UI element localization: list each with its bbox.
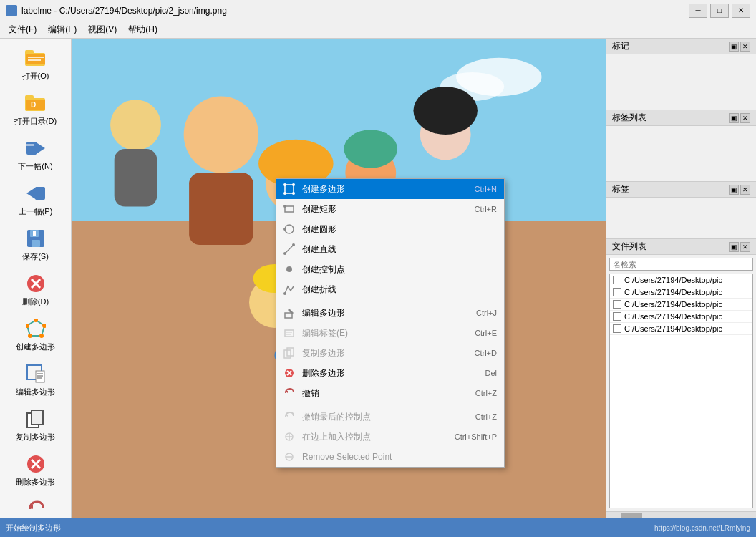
- tags-panel: 标记 ▣ ✕: [606, 39, 756, 110]
- canvas-area[interactable]: 创建多边形 Ctrl+N 创建矩形 Ctrl+R: [72, 39, 606, 518]
- ctx-create-polyline[interactable]: 创建折线: [276, 279, 504, 299]
- file-list-item[interactable]: C:/Users/27194/Desktop/pic: [610, 286, 752, 299]
- file-list-item-label: C:/Users/27194/Desktop/pic: [624, 312, 722, 321]
- ctx-create-rect-label: 创建矩形: [302, 203, 460, 216]
- open-button[interactable]: 打开(O): [4, 43, 67, 85]
- file-list-scrollbar[interactable]: [606, 511, 756, 518]
- ctx-create-line-label: 创建直线: [302, 243, 483, 256]
- minimize-button[interactable]: ─: [689, 4, 707, 18]
- label-list-close[interactable]: ✕: [740, 113, 750, 123]
- labels-panel-restore[interactable]: ▣: [729, 185, 739, 195]
- file-list-scrollbar-thumb[interactable]: [621, 513, 642, 518]
- save-label: 保存(S): [22, 251, 49, 262]
- open-dir-icon: D: [24, 92, 47, 115]
- ctx-add-point[interactable]: 在边上加入控制点 Ctrl+Shift+P: [276, 427, 504, 447]
- remove-polygon-button[interactable]: 删除多边形: [4, 449, 67, 491]
- svg-rect-17: [33, 231, 36, 236]
- ctx-rect-icon: [282, 202, 296, 216]
- label-list-restore[interactable]: ▣: [729, 113, 739, 123]
- ctx-undo-last-point[interactable]: 撤销最后的控制点 Ctrl+Z: [276, 407, 504, 427]
- file-list-restore[interactable]: ▣: [729, 242, 739, 252]
- svg-rect-12: [35, 187, 45, 200]
- svg-marker-21: [27, 320, 44, 336]
- ctx-add-point-shortcut: Ctrl+Shift+P: [455, 432, 497, 441]
- tags-panel-close[interactable]: ✕: [740, 42, 750, 52]
- ctx-undo-last-point-label: 撤销最后的控制点: [302, 411, 461, 423]
- file-list-item[interactable]: C:/Users/27194/Desktop/pic: [610, 323, 752, 335]
- labels-panel-title: 标签: [612, 183, 629, 195]
- remove-polygon-icon: [24, 453, 47, 475]
- ctx-line-icon: [282, 242, 296, 256]
- file-list-item-label: C:/Users/27194/Desktop/pic: [624, 324, 722, 333]
- tags-panel-restore[interactable]: ▣: [729, 42, 739, 52]
- prev-label: 上一幅(P): [19, 206, 53, 217]
- svg-point-60: [284, 183, 286, 186]
- labels-panel: 标签 ▣ ✕: [606, 182, 756, 239]
- undo-icon: [24, 498, 47, 518]
- edit-polygon-button[interactable]: 编辑多边形: [4, 359, 67, 401]
- ctx-copy-polygon-label: 复制多边形: [302, 347, 460, 359]
- file-checkbox-3[interactable]: [613, 300, 621, 309]
- save-button[interactable]: 保存(S): [4, 223, 67, 266]
- ctx-create-point[interactable]: 创建控制点: [276, 259, 504, 279]
- file-checkbox-1[interactable]: [613, 276, 621, 284]
- menu-help[interactable]: 帮助(H): [122, 22, 163, 37]
- ctx-undo-point-icon: [282, 410, 296, 424]
- svg-point-50: [344, 130, 397, 168]
- file-checkbox-2[interactable]: [613, 288, 621, 296]
- open-dir-button[interactable]: D 打开目录(D): [4, 88, 67, 130]
- ctx-undo[interactable]: 撤销 Ctrl+Z: [276, 383, 504, 403]
- next-button[interactable]: 下一幅(N): [4, 133, 67, 175]
- maximize-button[interactable]: □: [710, 4, 729, 18]
- ctx-create-polygon-shortcut: Ctrl+N: [475, 185, 497, 193]
- file-search-input[interactable]: [609, 258, 753, 271]
- ctx-delete-polygon[interactable]: 删除多边形 Del: [276, 363, 504, 383]
- ctx-remove-selected-point[interactable]: Remove Selected Point: [276, 447, 504, 467]
- label-list-panel: 标签列表 ▣ ✕: [606, 110, 756, 182]
- ctx-copy-polygon[interactable]: 复制多边形 Ctrl+D: [276, 343, 504, 363]
- labels-panel-close[interactable]: ✕: [740, 185, 750, 195]
- svg-marker-10: [35, 142, 45, 155]
- svg-rect-59: [285, 185, 294, 193]
- svg-point-62: [292, 192, 295, 195]
- svg-point-24: [39, 334, 44, 338]
- copy-polygon-button[interactable]: 复制多边形: [4, 404, 67, 446]
- close-button[interactable]: ✕: [732, 4, 750, 18]
- ctx-undo-shortcut: Ctrl+Z: [475, 389, 497, 397]
- undo-button[interactable]: 撤销: [4, 494, 67, 518]
- tags-panel-header: 标记 ▣ ✕: [606, 39, 756, 54]
- ctx-create-circle[interactable]: 创建圆形: [276, 219, 504, 239]
- ctx-create-rect[interactable]: 创建矩形 Ctrl+R: [276, 199, 504, 219]
- app-icon: [6, 5, 17, 16]
- menu-edit[interactable]: 编辑(E): [42, 22, 82, 37]
- svg-rect-16: [32, 240, 40, 247]
- ctx-polyline-icon: [282, 282, 296, 296]
- file-checkbox-4[interactable]: [613, 312, 621, 321]
- prev-button[interactable]: 上一幅(P): [4, 178, 67, 221]
- ctx-edit-label-label: 编辑标签(E): [302, 327, 460, 339]
- create-polygon-button[interactable]: 创建多边形: [4, 314, 67, 356]
- svg-rect-73: [285, 313, 292, 318]
- file-list-item[interactable]: C:/Users/27194/Desktop/pic: [610, 299, 752, 311]
- file-list-close[interactable]: ✕: [740, 242, 750, 252]
- ctx-remove-selected-point-label: Remove Selected Point: [302, 452, 483, 462]
- ctx-create-rect-shortcut: Ctrl+R: [475, 205, 497, 213]
- ctx-remove-point-icon: [282, 450, 296, 464]
- svg-rect-64: [285, 206, 294, 212]
- right-panels: 标记 ▣ ✕ 标签列表 ▣ ✕ 标签: [606, 39, 756, 518]
- ctx-edit-label[interactable]: 编辑标签(E) Ctrl+E: [276, 323, 504, 343]
- menu-view[interactable]: 视图(V): [82, 22, 122, 37]
- remove-polygon-label: 删除多边形: [16, 477, 55, 488]
- delete-button[interactable]: 删除(D): [4, 268, 67, 311]
- menu-file[interactable]: 文件(F): [3, 22, 42, 37]
- window-controls: ─ □ ✕: [689, 4, 750, 18]
- file-checkbox-5[interactable]: [613, 324, 621, 333]
- ctx-undo-label: 撤销: [302, 387, 461, 400]
- status-text: 开始绘制多边形: [6, 523, 61, 533]
- tags-panel-content: [606, 54, 756, 97]
- file-list-item[interactable]: C:/Users/27194/Desktop/pic: [610, 274, 752, 286]
- ctx-create-line[interactable]: 创建直线: [276, 239, 504, 259]
- ctx-edit-polygon[interactable]: 编辑多边形 Ctrl+J: [276, 303, 504, 323]
- ctx-create-polygon[interactable]: 创建多边形 Ctrl+N: [276, 179, 504, 199]
- file-list-item[interactable]: C:/Users/27194/Desktop/pic: [610, 311, 752, 323]
